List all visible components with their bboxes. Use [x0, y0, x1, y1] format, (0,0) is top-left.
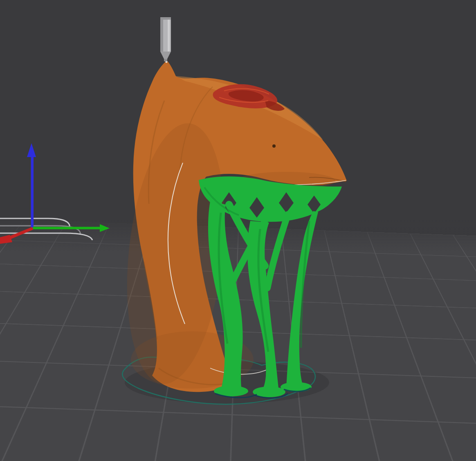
nozzle-tip [164, 59, 167, 61]
nozzle-cone [160, 52, 171, 59]
z-axis-arrow [27, 143, 36, 228]
nozzle-body-shade [160, 20, 163, 52]
nozzle-body-highlight [168, 20, 170, 52]
y-axis-shaft [33, 227, 101, 229]
x-axis-arrow [0, 227, 34, 244]
axis-gizmo [0, 143, 110, 244]
viewport-canvas[interactable] [0, 0, 476, 461]
nozzle-indicator [160, 17, 171, 61]
plate-edge-arc [0, 218, 70, 228]
y-axis-arrowhead [100, 224, 110, 232]
z-axis-arrowhead [27, 143, 36, 157]
support-branch [267, 214, 288, 288]
dolphin-eye [272, 144, 276, 148]
z-axis-shaft [31, 155, 34, 228]
slicer-3d-viewport[interactable] [0, 0, 476, 461]
